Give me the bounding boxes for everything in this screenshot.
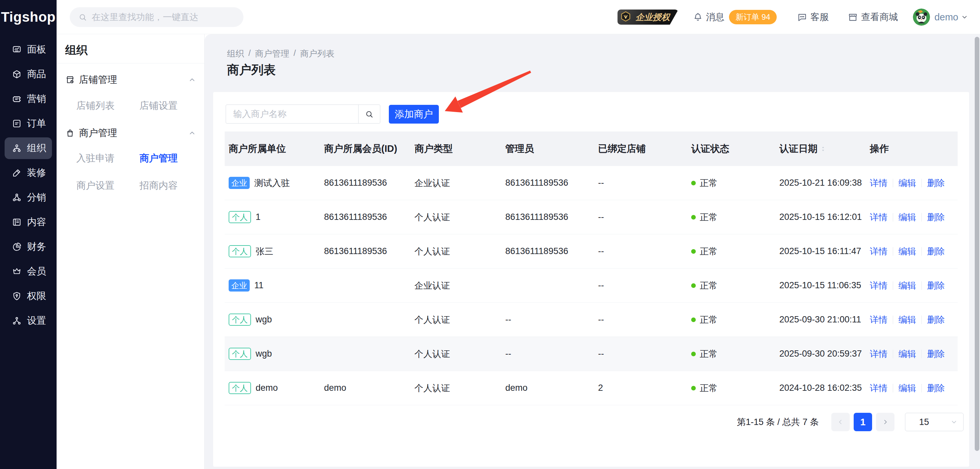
cert-date-cell: 2025-10-15 16:12:01 bbox=[780, 212, 870, 222]
design-icon bbox=[12, 168, 22, 178]
merchant-search-button[interactable] bbox=[358, 105, 380, 123]
edit-link[interactable]: 编辑 bbox=[899, 177, 916, 189]
sidebar-item-label: 商品 bbox=[27, 68, 46, 81]
merchant-name-input[interactable] bbox=[226, 105, 358, 123]
sidebar-item-content[interactable]: 内容 bbox=[5, 211, 52, 233]
current-page-button[interactable]: 1 bbox=[854, 413, 872, 431]
cert-status-cell: 正常 bbox=[691, 348, 780, 360]
sidebar-item-label: 装修 bbox=[27, 166, 46, 179]
edit-link[interactable]: 编辑 bbox=[899, 246, 916, 257]
bound-shops-cell: -- bbox=[598, 178, 691, 188]
bound-shops-cell: -- bbox=[598, 280, 691, 290]
chat-icon bbox=[797, 12, 807, 22]
submenu-group-merchant-management[interactable]: 商户管理 bbox=[65, 124, 196, 142]
merchant-unit-cell: 个人demo bbox=[229, 382, 324, 394]
global-search[interactable] bbox=[70, 7, 243, 27]
chevron-up-icon[interactable] bbox=[188, 76, 196, 84]
detail-link[interactable]: 详情 bbox=[870, 280, 888, 292]
submenu-item-entry-application[interactable]: 入驻申请 bbox=[76, 149, 115, 168]
view-shop-button[interactable]: 查看商城 bbox=[848, 11, 898, 23]
action-separator bbox=[921, 281, 922, 290]
status-dot bbox=[691, 181, 696, 185]
edit-link[interactable]: 编辑 bbox=[899, 211, 916, 223]
manager-cell: 8613611189536 bbox=[505, 178, 598, 188]
page-scrollbar[interactable] bbox=[975, 37, 979, 451]
delete-link[interactable]: 删除 bbox=[927, 246, 945, 257]
edit-link[interactable]: 编辑 bbox=[899, 348, 916, 360]
action-separator bbox=[893, 281, 893, 290]
sort-icon[interactable] bbox=[819, 145, 827, 152]
submenu-item-merchant-management[interactable]: 商户管理 bbox=[140, 149, 178, 168]
search-icon bbox=[78, 13, 87, 22]
page-size-select[interactable]: 15 bbox=[905, 413, 964, 431]
messages-button[interactable]: 消息 bbox=[693, 11, 724, 23]
sidebar-item-finance[interactable]: 财务 bbox=[5, 236, 52, 258]
add-merchant-button[interactable]: 添加商户 bbox=[389, 105, 439, 124]
actions-cell: 详情编辑删除 bbox=[870, 280, 951, 292]
sidebar-item-permission[interactable]: 权限 bbox=[5, 285, 52, 307]
sidebar-item-label: 面板 bbox=[27, 43, 46, 56]
merchant-type-cell: 企业认证 bbox=[415, 280, 505, 292]
sidebar-item-goods[interactable]: 商品 bbox=[5, 63, 52, 85]
detail-link[interactable]: 详情 bbox=[870, 177, 888, 189]
submenu-item-shop-list[interactable]: 店铺列表 bbox=[76, 97, 115, 115]
submenu-item-shop-settings[interactable]: 店铺设置 bbox=[140, 97, 178, 115]
detail-link[interactable]: 详情 bbox=[870, 382, 888, 394]
cert-date-cell: 2025-10-15 16:11:47 bbox=[780, 246, 870, 257]
user-avatar[interactable] bbox=[913, 8, 930, 25]
detail-link[interactable]: 详情 bbox=[870, 246, 888, 257]
sidebar-item-order[interactable]: 订单 bbox=[5, 113, 52, 135]
next-page-button[interactable] bbox=[876, 413, 894, 431]
merchant-type-badge: 个人 bbox=[229, 211, 251, 223]
delete-link[interactable]: 删除 bbox=[927, 382, 945, 394]
sidebar-item-marketing[interactable]: 营销 bbox=[5, 88, 52, 110]
delete-link[interactable]: 删除 bbox=[927, 314, 945, 326]
table-row: 个人wgb个人认证----正常2025-09-30 20:59:37详情编辑删除 bbox=[225, 337, 958, 371]
merchant-type-cell: 个人认证 bbox=[415, 314, 505, 326]
bound-shops-cell: -- bbox=[598, 212, 691, 222]
order-icon bbox=[12, 119, 22, 128]
edit-link[interactable]: 编辑 bbox=[899, 314, 916, 326]
sidebar-item-design[interactable]: 装修 bbox=[5, 162, 52, 184]
merchant-type-badge: 企业 bbox=[229, 279, 250, 292]
merchant-type-cell: 个人认证 bbox=[415, 246, 505, 257]
global-search-input[interactable] bbox=[92, 12, 230, 22]
detail-link[interactable]: 详情 bbox=[870, 348, 888, 360]
member-icon bbox=[12, 266, 22, 276]
merchant-type-cell: 个人认证 bbox=[415, 348, 505, 360]
chevron-down-icon[interactable] bbox=[961, 13, 969, 21]
actions-cell: 详情编辑删除 bbox=[870, 177, 951, 189]
delete-link[interactable]: 删除 bbox=[927, 211, 945, 223]
username[interactable]: demo bbox=[934, 12, 958, 23]
submenu-item-investment-content[interactable]: 招商内容 bbox=[140, 176, 178, 195]
breadcrumb-org[interactable]: 组织 bbox=[227, 48, 244, 60]
sidebar-item-dashboard[interactable]: 面板 bbox=[5, 39, 52, 60]
submenu-item-merchant-settings[interactable]: 商户设置 bbox=[76, 176, 115, 195]
detail-link[interactable]: 详情 bbox=[870, 314, 888, 326]
status-text: 正常 bbox=[700, 280, 718, 292]
edit-link[interactable]: 编辑 bbox=[899, 280, 916, 292]
license-badge[interactable]: 企业授权 bbox=[617, 10, 678, 25]
messages-label: 消息 bbox=[706, 11, 724, 23]
edit-link[interactable]: 编辑 bbox=[899, 382, 916, 394]
sidebar-item-member[interactable]: 会员 bbox=[5, 261, 52, 282]
merchant-name: wgb bbox=[256, 315, 272, 325]
new-order-badge[interactable]: 新订单 94 bbox=[729, 10, 777, 24]
sidebar-item-distribution[interactable]: 分销 bbox=[5, 187, 52, 208]
distribution-icon bbox=[12, 193, 22, 203]
sidebar-item-org[interactable]: 组织 bbox=[5, 137, 52, 159]
breadcrumb-merchant-management[interactable]: 商户管理 bbox=[255, 48, 289, 60]
chevron-up-icon[interactable] bbox=[188, 129, 196, 137]
delete-link[interactable]: 删除 bbox=[927, 348, 945, 360]
action-separator bbox=[921, 179, 922, 187]
manager-cell: demo bbox=[505, 383, 598, 393]
delete-link[interactable]: 删除 bbox=[927, 280, 945, 292]
submenu-group-shop-management[interactable]: 店铺管理 bbox=[65, 71, 196, 89]
prev-page-button[interactable] bbox=[831, 413, 850, 431]
status-dot bbox=[691, 283, 696, 288]
support-button[interactable]: 客服 bbox=[797, 11, 829, 23]
detail-link[interactable]: 详情 bbox=[870, 211, 888, 223]
delete-link[interactable]: 删除 bbox=[927, 177, 945, 189]
col-member-id: 商户所属会员(ID) bbox=[324, 142, 415, 155]
sidebar-item-settings[interactable]: 设置 bbox=[5, 310, 52, 332]
